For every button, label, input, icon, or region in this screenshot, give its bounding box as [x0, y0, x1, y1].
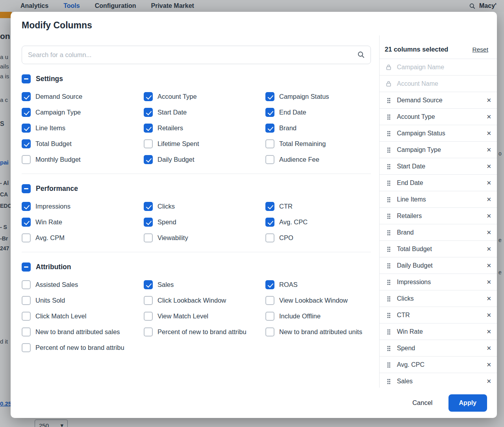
cancel-button[interactable]: Cancel: [410, 399, 435, 407]
checkbox-click-lookback-window[interactable]: Click Lookback Window: [144, 296, 265, 305]
drag-handle-icon[interactable]: [387, 213, 391, 219]
remove-icon[interactable]: ✕: [486, 328, 491, 335]
checkbox-cpo[interactable]: CPO: [265, 233, 371, 242]
selected-column-impressions[interactable]: Impressions✕: [380, 274, 497, 290]
drag-handle-icon[interactable]: [387, 98, 391, 103]
checkbox-icon: [265, 296, 274, 305]
checkbox-avg-cpm[interactable]: Avg. CPM: [22, 233, 144, 242]
checkbox-viewability[interactable]: Viewability: [144, 233, 265, 242]
selected-column-demand-source[interactable]: Demand Source✕: [380, 92, 497, 109]
selected-column-account-type[interactable]: Account Type✕: [380, 109, 497, 125]
checkbox-assisted-sales[interactable]: Assisted Sales: [22, 280, 144, 289]
drag-handle-icon[interactable]: [387, 114, 391, 120]
remove-icon[interactable]: ✕: [486, 246, 491, 253]
checkbox-lifetime-spent[interactable]: Lifetime Spent: [144, 139, 265, 148]
reset-link[interactable]: Reset: [472, 46, 489, 53]
drag-handle-icon[interactable]: [387, 246, 391, 252]
drag-handle-icon[interactable]: [387, 230, 391, 235]
checkbox-include-offline[interactable]: Include Offline: [265, 312, 371, 321]
selected-column-total-budget[interactable]: Total Budget✕: [380, 241, 497, 257]
checkbox-roas[interactable]: ROAS: [265, 280, 371, 289]
selected-column-retailers[interactable]: Retailers✕: [380, 208, 497, 224]
selected-column-line-items[interactable]: Line Items✕: [380, 191, 497, 208]
checkbox-line-items[interactable]: Line Items: [22, 124, 144, 133]
drag-handle-icon[interactable]: [387, 180, 391, 186]
remove-icon[interactable]: ✕: [486, 130, 491, 137]
checkbox-clicks[interactable]: Clicks: [144, 202, 265, 211]
selected-column-campaign-status[interactable]: Campaign Status✕: [380, 125, 497, 142]
checkbox-view-lookback-window[interactable]: View Lookback Window: [265, 296, 371, 305]
checkbox-total-budget[interactable]: Total Budget: [22, 139, 144, 148]
checkbox-total-remaining[interactable]: Total Remaining: [265, 139, 371, 148]
checkbox-account-type[interactable]: Account Type: [144, 92, 265, 101]
indeterminate-checkbox-icon[interactable]: [22, 262, 31, 272]
drag-handle-icon[interactable]: [387, 164, 391, 169]
remove-icon[interactable]: ✕: [486, 113, 491, 120]
remove-icon[interactable]: ✕: [486, 146, 491, 153]
checkbox-campaign-type[interactable]: Campaign Type: [22, 108, 144, 117]
remove-icon[interactable]: ✕: [486, 312, 491, 319]
checkbox-percent-new-to-brand-2[interactable]: Percent of new to brand attribu: [22, 343, 144, 352]
checkbox-new-to-brand-attributed-units[interactable]: New to brand attributed units: [265, 327, 371, 336]
selected-column-ctr[interactable]: CTR✕: [380, 307, 497, 323]
remove-icon[interactable]: ✕: [486, 229, 491, 236]
remove-icon[interactable]: ✕: [486, 361, 491, 368]
drag-handle-icon[interactable]: [387, 312, 391, 318]
checkbox-units-sold[interactable]: Units Sold: [22, 296, 144, 305]
selected-column-avg-cpc[interactable]: Avg. CPC✕: [380, 357, 497, 373]
selected-column-end-date[interactable]: End Date✕: [380, 175, 497, 191]
checkbox-ctr[interactable]: CTR: [265, 202, 371, 211]
selected-column-spend[interactable]: Spend✕: [380, 340, 497, 357]
selected-column-daily-budget[interactable]: Daily Budget✕: [380, 257, 497, 274]
remove-icon[interactable]: ✕: [486, 179, 491, 187]
remove-icon[interactable]: ✕: [486, 295, 491, 302]
checkbox-percent-new-to-brand-1[interactable]: Percent of new to brand attribu: [144, 327, 265, 336]
remove-icon[interactable]: ✕: [486, 262, 491, 269]
checkbox-win-rate[interactable]: Win Rate: [22, 218, 144, 227]
remove-icon[interactable]: ✕: [486, 213, 491, 220]
remove-icon[interactable]: ✕: [486, 378, 491, 385]
selected-column-campaign-type[interactable]: Campaign Type✕: [380, 142, 497, 158]
search-icon[interactable]: [358, 51, 365, 58]
remove-icon[interactable]: ✕: [486, 97, 491, 104]
checkbox-retailers[interactable]: Retailers: [144, 124, 265, 133]
drag-handle-icon[interactable]: [387, 362, 391, 368]
drag-handle-icon[interactable]: [387, 263, 391, 268]
selected-column-start-date[interactable]: Start Date✕: [380, 158, 497, 175]
remove-icon[interactable]: ✕: [486, 345, 491, 352]
selected-column-sales[interactable]: Sales✕: [380, 373, 497, 388]
drag-handle-icon[interactable]: [387, 329, 391, 335]
selected-column-win-rate[interactable]: Win Rate✕: [380, 323, 497, 340]
checkbox-view-match-level[interactable]: View Match Level: [144, 312, 265, 321]
indeterminate-checkbox-icon[interactable]: [22, 184, 31, 193]
drag-handle-icon[interactable]: [387, 147, 391, 153]
remove-icon[interactable]: ✕: [486, 196, 491, 203]
checkbox-brand[interactable]: Brand: [265, 124, 371, 133]
selected-column-clicks[interactable]: Clicks✕: [380, 290, 497, 307]
checkbox-campaign-status[interactable]: Campaign Status: [265, 92, 371, 101]
checkbox-start-date[interactable]: Start Date: [144, 108, 265, 117]
drag-handle-icon[interactable]: [387, 131, 391, 136]
drag-handle-icon[interactable]: [387, 197, 391, 202]
apply-button[interactable]: Apply: [448, 394, 487, 412]
drag-handle-icon[interactable]: [387, 279, 391, 285]
drag-handle-icon[interactable]: [387, 379, 391, 384]
remove-icon[interactable]: ✕: [486, 279, 491, 286]
checkbox-daily-budget[interactable]: Daily Budget: [144, 155, 265, 164]
checkbox-new-to-brand-attributed-sales[interactable]: New to brand attributed sales: [22, 327, 144, 336]
indeterminate-checkbox-icon[interactable]: [22, 74, 31, 83]
checkbox-impressions[interactable]: Impressions: [22, 202, 144, 211]
checkbox-avg-cpc[interactable]: Avg. CPC: [265, 218, 371, 227]
checkbox-monthly-budget[interactable]: Monthly Budget: [22, 155, 144, 164]
checkbox-spend[interactable]: Spend: [144, 218, 265, 227]
checkbox-sales[interactable]: Sales: [144, 280, 265, 289]
drag-handle-icon[interactable]: [387, 296, 391, 301]
drag-handle-icon[interactable]: [387, 346, 391, 351]
remove-icon[interactable]: ✕: [486, 163, 491, 170]
column-search-input[interactable]: [22, 46, 371, 64]
checkbox-click-match-level[interactable]: Click Match Level: [22, 312, 144, 321]
checkbox-audience-fee[interactable]: Audience Fee: [265, 155, 371, 164]
selected-column-brand[interactable]: Brand✕: [380, 224, 497, 241]
checkbox-demand-source[interactable]: Demand Source: [22, 92, 144, 101]
checkbox-end-date[interactable]: End Date: [265, 108, 371, 117]
